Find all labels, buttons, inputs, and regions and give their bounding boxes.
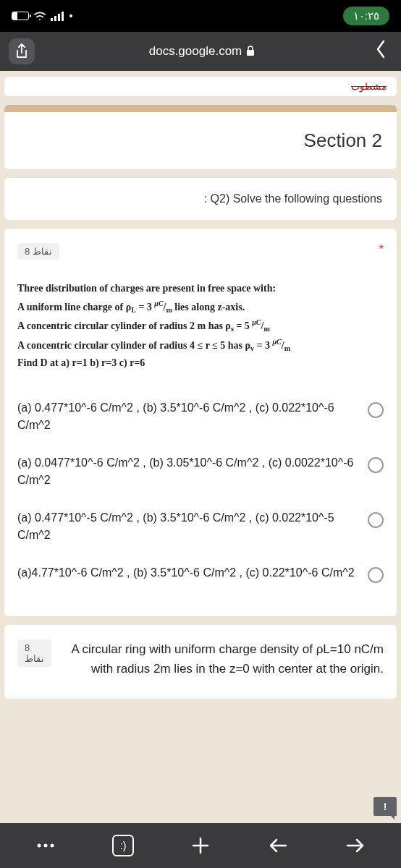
radio-icon bbox=[368, 567, 384, 583]
svg-rect-0 bbox=[51, 18, 53, 21]
new-tab-button[interactable] bbox=[185, 830, 216, 861]
section-header: Section 2 bbox=[4, 105, 397, 169]
svg-point-7 bbox=[44, 844, 48, 848]
url-text: docs.google.com bbox=[149, 44, 242, 59]
bottom-nav: :) bbox=[0, 823, 401, 868]
time-display: ١٠:٢٥ bbox=[343, 7, 389, 25]
status-left bbox=[12, 11, 72, 21]
battery-icon bbox=[12, 12, 29, 20]
feedback-button[interactable]: ! bbox=[373, 797, 397, 816]
option-3-text: (a) 0.477*10^-5 C/m^2 , (b) 3.5*10^-6 C/… bbox=[17, 509, 356, 544]
svg-rect-3 bbox=[62, 12, 64, 21]
svg-rect-2 bbox=[58, 14, 60, 21]
more-button[interactable] bbox=[30, 830, 62, 861]
status-bar: ١٠:٢٥ bbox=[0, 0, 401, 32]
option-4-text: (a)4.77*10^-6 C/m^2 , (b) 3.5*10^-6 C/m^… bbox=[17, 564, 356, 582]
instruction-text: : Q2) Solve the following questions bbox=[204, 192, 382, 205]
svg-point-4 bbox=[69, 14, 72, 17]
share-button[interactable] bbox=[9, 38, 35, 64]
svg-point-6 bbox=[38, 844, 41, 848]
points-chip: 8 نقاط bbox=[17, 243, 59, 260]
section-title: Section 2 bbox=[304, 129, 382, 151]
problem-statement: Three distribution of charges are presen… bbox=[17, 280, 384, 372]
back-button[interactable] bbox=[262, 830, 294, 861]
option-3[interactable]: (a) 0.477*10^-5 C/m^2 , (b) 3.5*10^-6 C/… bbox=[17, 502, 384, 551]
svg-rect-5 bbox=[247, 50, 254, 56]
wifi-icon bbox=[33, 11, 46, 21]
content-area: مشطوب Section 2 : Q2) Solve the followin… bbox=[0, 71, 401, 823]
share-icon bbox=[15, 43, 28, 59]
required-asterisk: * bbox=[379, 243, 384, 256]
radio-icon bbox=[368, 457, 384, 473]
option-2-text: (a) 0.0477*10^-6 C/m^2 , (b) 3.05*10^-6 … bbox=[17, 454, 356, 489]
question-2-card: 8 نقاط A circular ring with uniform char… bbox=[4, 625, 397, 699]
signal-icon bbox=[51, 11, 65, 21]
question-2-text: A circular ring with uniform charge dens… bbox=[60, 639, 384, 678]
radio-icon bbox=[368, 512, 384, 528]
instruction-card: : Q2) Solve the following questions bbox=[4, 178, 397, 220]
radio-icon bbox=[368, 402, 384, 418]
option-2[interactable]: (a) 0.0477*10^-6 C/m^2 , (b) 3.05*10^-6 … bbox=[17, 447, 384, 496]
arrow-right-icon bbox=[346, 838, 365, 853]
svg-point-8 bbox=[51, 844, 54, 848]
exclamation-icon: ! bbox=[384, 801, 387, 812]
cutoff-text: مشطوب bbox=[351, 81, 387, 92]
option-1-text: (a) 0.477*10^-6 C/m^2 , (b) 3.5*10^-6 C/… bbox=[17, 399, 356, 434]
more-icon bbox=[37, 843, 54, 848]
option-1[interactable]: (a) 0.477*10^-6 C/m^2 , (b) 3.5*10^-6 C/… bbox=[17, 392, 384, 441]
option-4[interactable]: (a)4.77*10^-6 C/m^2 , (b) 3.5*10^-6 C/m^… bbox=[17, 557, 384, 590]
top-strip: مشطوب bbox=[4, 77, 397, 96]
question-1-card: 8 نقاط * Three distribution of charges a… bbox=[4, 229, 397, 616]
smiley-icon: :) bbox=[112, 835, 134, 856]
tabs-chevron[interactable] bbox=[369, 36, 392, 67]
svg-rect-1 bbox=[54, 16, 56, 21]
points-chip-2: 8 نقاط bbox=[17, 639, 51, 667]
lock-icon bbox=[246, 46, 255, 58]
tabs-button[interactable]: :) bbox=[107, 830, 139, 861]
signal-dot-icon bbox=[69, 14, 72, 17]
plus-icon bbox=[191, 836, 210, 855]
chevron-left-icon bbox=[375, 38, 387, 60]
forward-button[interactable] bbox=[339, 830, 371, 861]
url-bar[interactable]: docs.google.com bbox=[43, 44, 360, 59]
arrow-left-icon bbox=[269, 838, 287, 853]
question-1-header: 8 نقاط * bbox=[17, 243, 384, 260]
browser-bar: docs.google.com bbox=[0, 32, 401, 71]
